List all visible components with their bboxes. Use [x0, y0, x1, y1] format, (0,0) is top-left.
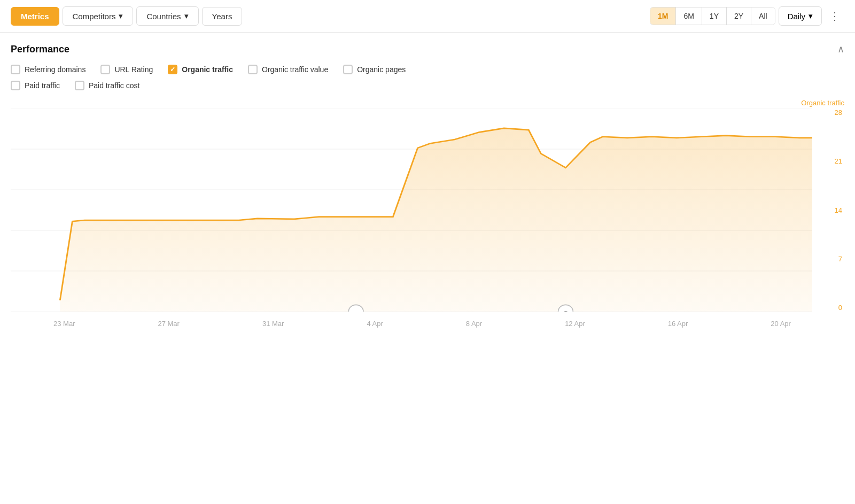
- checkbox-box-organic-pages: [343, 65, 353, 74]
- y-label-28: 28: [835, 108, 842, 117]
- checkbox-organic-traffic[interactable]: Organic traffic: [168, 65, 233, 74]
- x-label-12apr: 12 Apr: [565, 320, 585, 328]
- time-2y[interactable]: 2Y: [727, 7, 751, 25]
- chart-container: Organic traffic: [11, 99, 844, 329]
- checkbox-label-organic-traffic-value: Organic traffic value: [262, 65, 328, 74]
- metrics-row-2: Paid traffic Paid traffic cost: [11, 81, 844, 90]
- x-label-16apr: 16 Apr: [668, 320, 688, 328]
- y-label-0: 0: [838, 304, 842, 312]
- tab-countries[interactable]: Countries ▾: [136, 6, 198, 26]
- section-title: Performance: [11, 44, 69, 55]
- checkbox-box-organic-traffic-value: [248, 65, 258, 74]
- y-label-7: 7: [838, 255, 842, 263]
- checkbox-paid-traffic[interactable]: Paid traffic: [11, 81, 60, 90]
- chevron-down-icon: ▾: [119, 11, 123, 21]
- checkbox-box-organic-traffic: [168, 65, 177, 74]
- checkbox-box-paid-traffic: [11, 81, 20, 90]
- checkbox-referring-domains[interactable]: Referring domains: [11, 65, 86, 74]
- time-1m[interactable]: 1M: [650, 7, 676, 25]
- checkbox-label-organic-traffic: Organic traffic: [182, 65, 233, 74]
- time-controls: 1M 6M 1Y 2Y All Daily ▾ ⋮: [650, 6, 844, 26]
- checkbox-box-paid-traffic-cost: [75, 81, 84, 90]
- checkbox-label-organic-pages: Organic pages: [357, 65, 406, 74]
- x-label-23mar: 23 Mar: [53, 320, 75, 328]
- checkbox-label-url-rating: URL Rating: [114, 65, 153, 74]
- chevron-down-icon: ▾: [184, 11, 189, 21]
- checkbox-box-url-rating: [100, 65, 110, 74]
- nav-tabs: Metrics Competitors ▾ Countries ▾ Years: [11, 6, 242, 26]
- checkbox-paid-traffic-cost[interactable]: Paid traffic cost: [75, 81, 139, 90]
- annotation-g-label: G: [563, 309, 569, 312]
- tab-years[interactable]: Years: [202, 7, 243, 26]
- metrics-row-1: Referring domains URL Rating Organic tra…: [11, 65, 844, 74]
- tab-metrics[interactable]: Metrics: [11, 7, 59, 26]
- checkbox-organic-pages[interactable]: Organic pages: [343, 65, 406, 74]
- x-label-4apr: 4 Apr: [367, 320, 383, 328]
- y-axis: 28 21 14 7 0: [835, 108, 842, 312]
- collapse-button[interactable]: ∧: [837, 43, 844, 55]
- y-label-14: 14: [835, 206, 842, 214]
- x-label-31mar: 31 Mar: [262, 320, 284, 328]
- x-label-8apr: 8 Apr: [466, 320, 482, 328]
- time-all[interactable]: All: [751, 7, 775, 25]
- chart-series-label: Organic traffic: [801, 99, 844, 107]
- time-1y[interactable]: 1Y: [702, 7, 727, 25]
- checkbox-label-referring-domains: Referring domains: [25, 65, 86, 74]
- granularity-button[interactable]: Daily ▾: [779, 6, 822, 26]
- time-period-group: 1M 6M 1Y 2Y All: [650, 7, 775, 25]
- chart-svg: a G: [11, 108, 812, 312]
- more-options-button[interactable]: ⋮: [825, 7, 844, 25]
- x-axis: 23 Mar 27 Mar 31 Mar 4 Apr 8 Apr 12 Apr …: [11, 320, 812, 328]
- checkbox-label-paid-traffic: Paid traffic: [25, 81, 60, 90]
- checkbox-url-rating[interactable]: URL Rating: [100, 65, 153, 74]
- checkbox-label-paid-traffic-cost: Paid traffic cost: [89, 81, 139, 90]
- x-label-27mar: 27 Mar: [158, 320, 179, 328]
- section-header: Performance ∧: [11, 43, 844, 55]
- chevron-down-icon: ▾: [809, 11, 813, 21]
- tab-competitors[interactable]: Competitors ▾: [63, 6, 134, 26]
- y-label-21: 21: [835, 157, 842, 165]
- annotation-a-label: a: [354, 309, 358, 312]
- checkbox-box-referring-domains: [11, 65, 20, 74]
- x-label-20apr: 20 Apr: [771, 320, 791, 328]
- performance-section: Performance ∧ Referring domains URL Rati…: [0, 33, 855, 329]
- top-bar: Metrics Competitors ▾ Countries ▾ Years …: [0, 0, 855, 33]
- time-6m[interactable]: 6M: [676, 7, 702, 25]
- checkbox-organic-traffic-value[interactable]: Organic traffic value: [248, 65, 328, 74]
